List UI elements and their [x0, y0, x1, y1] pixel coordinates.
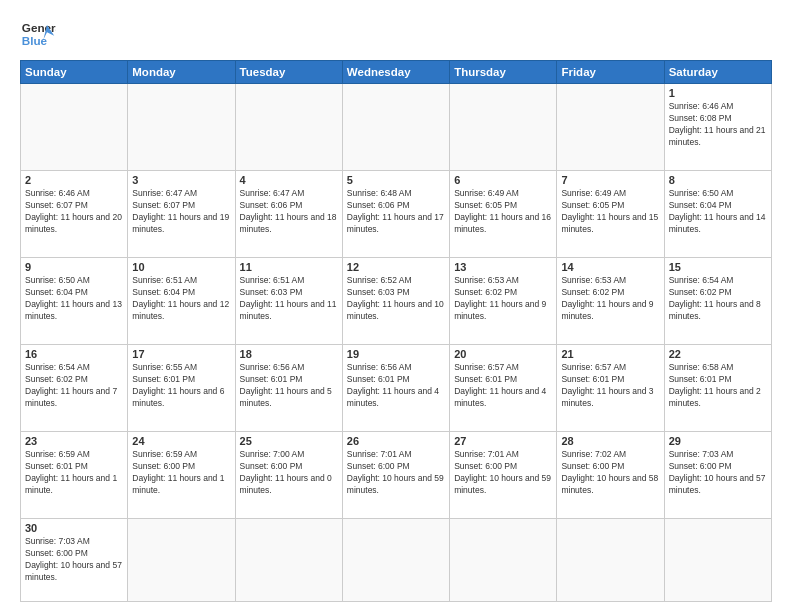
calendar-cell: 28Sunrise: 7:02 AM Sunset: 6:00 PM Dayli…: [557, 432, 664, 519]
header: General Blue: [20, 16, 772, 52]
day-info: Sunrise: 6:54 AM Sunset: 6:02 PM Dayligh…: [25, 362, 123, 410]
day-info: Sunrise: 6:56 AM Sunset: 6:01 PM Dayligh…: [347, 362, 445, 410]
calendar-cell: [557, 519, 664, 602]
day-info: Sunrise: 6:57 AM Sunset: 6:01 PM Dayligh…: [454, 362, 552, 410]
calendar-cell: [342, 84, 449, 171]
day-number: 25: [240, 435, 338, 447]
day-info: Sunrise: 7:03 AM Sunset: 6:00 PM Dayligh…: [25, 536, 123, 584]
day-info: Sunrise: 6:49 AM Sunset: 6:05 PM Dayligh…: [561, 188, 659, 236]
calendar-cell: 1Sunrise: 6:46 AM Sunset: 6:08 PM Daylig…: [664, 84, 771, 171]
logo-icon: General Blue: [20, 16, 56, 52]
calendar-cell: [128, 519, 235, 602]
day-info: Sunrise: 7:03 AM Sunset: 6:00 PM Dayligh…: [669, 449, 767, 497]
day-info: Sunrise: 6:51 AM Sunset: 6:03 PM Dayligh…: [240, 275, 338, 323]
day-number: 2: [25, 174, 123, 186]
calendar-cell: [342, 519, 449, 602]
day-number: 9: [25, 261, 123, 273]
calendar-cell: 20Sunrise: 6:57 AM Sunset: 6:01 PM Dayli…: [450, 345, 557, 432]
day-number: 27: [454, 435, 552, 447]
calendar-cell: [235, 519, 342, 602]
calendar-cell: 17Sunrise: 6:55 AM Sunset: 6:01 PM Dayli…: [128, 345, 235, 432]
day-number: 23: [25, 435, 123, 447]
calendar-cell: [128, 84, 235, 171]
day-number: 14: [561, 261, 659, 273]
calendar-cell: [450, 519, 557, 602]
calendar-cell: 23Sunrise: 6:59 AM Sunset: 6:01 PM Dayli…: [21, 432, 128, 519]
calendar-cell: 6Sunrise: 6:49 AM Sunset: 6:05 PM Daylig…: [450, 171, 557, 258]
day-number: 20: [454, 348, 552, 360]
day-number: 4: [240, 174, 338, 186]
day-info: Sunrise: 6:47 AM Sunset: 6:06 PM Dayligh…: [240, 188, 338, 236]
day-number: 17: [132, 348, 230, 360]
day-header-saturday: Saturday: [664, 61, 771, 84]
calendar-cell: 11Sunrise: 6:51 AM Sunset: 6:03 PM Dayli…: [235, 258, 342, 345]
logo: General Blue: [20, 16, 56, 52]
calendar-cell: 21Sunrise: 6:57 AM Sunset: 6:01 PM Dayli…: [557, 345, 664, 432]
day-number: 26: [347, 435, 445, 447]
day-info: Sunrise: 6:46 AM Sunset: 6:08 PM Dayligh…: [669, 101, 767, 149]
calendar-cell: 13Sunrise: 6:53 AM Sunset: 6:02 PM Dayli…: [450, 258, 557, 345]
day-info: Sunrise: 6:47 AM Sunset: 6:07 PM Dayligh…: [132, 188, 230, 236]
day-header-wednesday: Wednesday: [342, 61, 449, 84]
calendar-cell: 3Sunrise: 6:47 AM Sunset: 6:07 PM Daylig…: [128, 171, 235, 258]
day-number: 21: [561, 348, 659, 360]
calendar-cell: 8Sunrise: 6:50 AM Sunset: 6:04 PM Daylig…: [664, 171, 771, 258]
day-info: Sunrise: 6:59 AM Sunset: 6:00 PM Dayligh…: [132, 449, 230, 497]
day-number: 28: [561, 435, 659, 447]
day-info: Sunrise: 6:57 AM Sunset: 6:01 PM Dayligh…: [561, 362, 659, 410]
day-header-sunday: Sunday: [21, 61, 128, 84]
day-info: Sunrise: 6:58 AM Sunset: 6:01 PM Dayligh…: [669, 362, 767, 410]
day-number: 6: [454, 174, 552, 186]
calendar-cell: [235, 84, 342, 171]
calendar-cell: 2Sunrise: 6:46 AM Sunset: 6:07 PM Daylig…: [21, 171, 128, 258]
week-row-1: 2Sunrise: 6:46 AM Sunset: 6:07 PM Daylig…: [21, 171, 772, 258]
day-info: Sunrise: 6:53 AM Sunset: 6:02 PM Dayligh…: [561, 275, 659, 323]
day-number: 16: [25, 348, 123, 360]
calendar-cell: 4Sunrise: 6:47 AM Sunset: 6:06 PM Daylig…: [235, 171, 342, 258]
calendar-cell: [450, 84, 557, 171]
calendar-cell: 27Sunrise: 7:01 AM Sunset: 6:00 PM Dayli…: [450, 432, 557, 519]
day-number: 11: [240, 261, 338, 273]
calendar-cell: 22Sunrise: 6:58 AM Sunset: 6:01 PM Dayli…: [664, 345, 771, 432]
day-info: Sunrise: 6:46 AM Sunset: 6:07 PM Dayligh…: [25, 188, 123, 236]
day-number: 8: [669, 174, 767, 186]
day-header-tuesday: Tuesday: [235, 61, 342, 84]
day-info: Sunrise: 7:01 AM Sunset: 6:00 PM Dayligh…: [347, 449, 445, 497]
day-info: Sunrise: 6:50 AM Sunset: 6:04 PM Dayligh…: [25, 275, 123, 323]
day-number: 22: [669, 348, 767, 360]
day-number: 3: [132, 174, 230, 186]
day-info: Sunrise: 7:00 AM Sunset: 6:00 PM Dayligh…: [240, 449, 338, 497]
week-row-5: 30Sunrise: 7:03 AM Sunset: 6:00 PM Dayli…: [21, 519, 772, 602]
day-info: Sunrise: 6:48 AM Sunset: 6:06 PM Dayligh…: [347, 188, 445, 236]
calendar-cell: 18Sunrise: 6:56 AM Sunset: 6:01 PM Dayli…: [235, 345, 342, 432]
day-number: 12: [347, 261, 445, 273]
calendar-cell: 29Sunrise: 7:03 AM Sunset: 6:00 PM Dayli…: [664, 432, 771, 519]
calendar-cell: 10Sunrise: 6:51 AM Sunset: 6:04 PM Dayli…: [128, 258, 235, 345]
calendar-cell: [664, 519, 771, 602]
week-row-0: 1Sunrise: 6:46 AM Sunset: 6:08 PM Daylig…: [21, 84, 772, 171]
calendar-cell: 30Sunrise: 7:03 AM Sunset: 6:00 PM Dayli…: [21, 519, 128, 602]
week-row-4: 23Sunrise: 6:59 AM Sunset: 6:01 PM Dayli…: [21, 432, 772, 519]
calendar-cell: 25Sunrise: 7:00 AM Sunset: 6:00 PM Dayli…: [235, 432, 342, 519]
day-header-friday: Friday: [557, 61, 664, 84]
day-info: Sunrise: 6:52 AM Sunset: 6:03 PM Dayligh…: [347, 275, 445, 323]
calendar-cell: 26Sunrise: 7:01 AM Sunset: 6:00 PM Dayli…: [342, 432, 449, 519]
day-number: 15: [669, 261, 767, 273]
day-header-thursday: Thursday: [450, 61, 557, 84]
day-info: Sunrise: 7:02 AM Sunset: 6:00 PM Dayligh…: [561, 449, 659, 497]
day-number: 18: [240, 348, 338, 360]
day-info: Sunrise: 6:49 AM Sunset: 6:05 PM Dayligh…: [454, 188, 552, 236]
day-info: Sunrise: 6:50 AM Sunset: 6:04 PM Dayligh…: [669, 188, 767, 236]
page: General Blue SundayMondayTuesdayWednesda…: [0, 0, 792, 612]
week-row-2: 9Sunrise: 6:50 AM Sunset: 6:04 PM Daylig…: [21, 258, 772, 345]
svg-text:Blue: Blue: [22, 34, 48, 47]
calendar-cell: 15Sunrise: 6:54 AM Sunset: 6:02 PM Dayli…: [664, 258, 771, 345]
calendar-cell: 12Sunrise: 6:52 AM Sunset: 6:03 PM Dayli…: [342, 258, 449, 345]
day-info: Sunrise: 6:59 AM Sunset: 6:01 PM Dayligh…: [25, 449, 123, 497]
week-row-3: 16Sunrise: 6:54 AM Sunset: 6:02 PM Dayli…: [21, 345, 772, 432]
day-info: Sunrise: 6:54 AM Sunset: 6:02 PM Dayligh…: [669, 275, 767, 323]
day-info: Sunrise: 6:51 AM Sunset: 6:04 PM Dayligh…: [132, 275, 230, 323]
calendar-cell: 7Sunrise: 6:49 AM Sunset: 6:05 PM Daylig…: [557, 171, 664, 258]
day-number: 7: [561, 174, 659, 186]
day-number: 5: [347, 174, 445, 186]
